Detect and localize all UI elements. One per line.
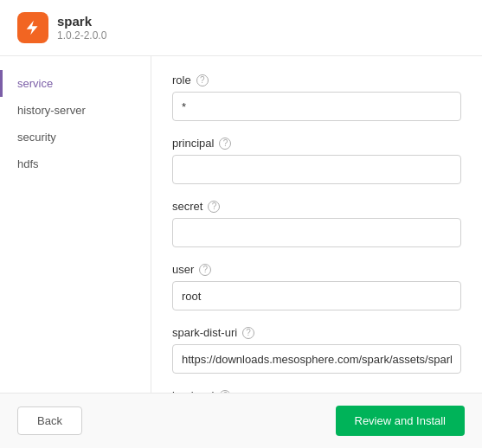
back-button[interactable]: Back [17,406,82,435]
secret-label-text: secret [172,200,202,213]
log-level-help-icon[interactable]: ? [219,390,231,394]
form-label-principal: principal ? [172,137,461,150]
header: spark 1.0.2-2.0.0 [0,0,482,56]
review-install-button[interactable]: Review and Install [336,406,466,436]
user-help-icon[interactable]: ? [199,264,211,276]
sidebar-item-security[interactable]: security [0,124,151,150]
form-group-role: role ? [172,74,461,121]
sidebar-item-hdfs[interactable]: hdfs [0,150,151,177]
form-label-spark-dist-uri: spark-dist-uri ? [172,326,461,339]
form-group-log-level: log-level ? [172,389,461,393]
user-input[interactable] [172,281,461,310]
spark-dist-uri-input[interactable] [172,344,461,374]
form-area: role ? principal ? secret ? [151,56,482,393]
app-container: spark 1.0.2-2.0.0 service history-server… [0,0,482,448]
form-group-principal: principal ? [172,137,461,184]
app-version: 1.0.2-2.0.0 [57,29,106,42]
main-content: service history-server security hdfs rol… [0,56,482,393]
principal-label-text: principal [172,137,214,150]
sidebar-item-security-label: security [17,131,56,144]
form-label-role: role ? [172,74,461,86]
form-group-secret: secret ? [172,200,461,247]
user-label-text: user [172,263,194,276]
form-label-log-level: log-level ? [172,389,461,393]
app-name: spark [57,14,106,29]
log-level-label-text: log-level [172,389,214,393]
form-group-spark-dist-uri: spark-dist-uri ? [172,326,461,374]
app-info: spark 1.0.2-2.0.0 [57,14,106,42]
sidebar-item-history-server-label: history-server [17,104,86,117]
sidebar-item-service[interactable]: service [0,70,151,97]
sidebar-item-hdfs-label: hdfs [17,157,39,170]
form-group-user: user ? [172,263,461,310]
principal-help-icon[interactable]: ? [219,138,231,150]
role-label-text: role [172,74,191,86]
app-icon [17,12,48,43]
role-input[interactable] [172,92,461,121]
spark-dist-uri-label-text: spark-dist-uri [172,326,237,339]
form-label-user: user ? [172,263,461,276]
sidebar-item-service-label: service [17,77,53,90]
principal-input[interactable] [172,155,461,184]
sidebar: service history-server security hdfs [0,56,151,393]
spark-dist-uri-help-icon[interactable]: ? [242,327,254,339]
secret-help-icon[interactable]: ? [208,201,220,213]
role-help-icon[interactable]: ? [196,74,209,86]
form-label-secret: secret ? [172,200,461,213]
secret-input[interactable] [172,218,461,247]
sidebar-item-history-server[interactable]: history-server [0,97,151,124]
footer: Back Review and Install [0,393,482,448]
